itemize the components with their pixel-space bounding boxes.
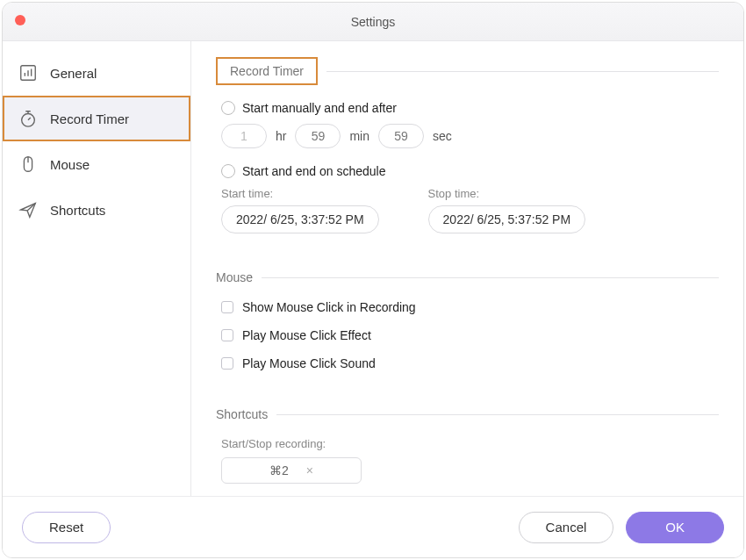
section-body-mouse: Show Mouse Click in Recording Play Mouse… xyxy=(216,300,719,370)
shortcut-startstop-input[interactable]: ⌘2 × xyxy=(221,457,362,484)
seconds-input[interactable]: 59 xyxy=(378,124,424,148)
minutes-unit: min xyxy=(349,129,369,143)
svg-point-4 xyxy=(22,114,35,127)
sidebar-item-mouse[interactable]: Mouse xyxy=(3,141,190,187)
start-time-label: Start time: xyxy=(221,187,379,200)
radio-icon xyxy=(221,101,235,115)
body: General Record Timer Mouse Shortcuts xyxy=(3,41,743,496)
window-controls xyxy=(15,15,25,25)
checkbox-icon xyxy=(221,301,233,313)
divider xyxy=(326,71,719,72)
minutes-input[interactable]: 59 xyxy=(295,124,341,148)
radio-start-manually[interactable]: Start manually and end after xyxy=(221,101,719,115)
section-title-shortcuts: Shortcuts xyxy=(216,407,268,421)
ok-button[interactable]: OK xyxy=(626,512,724,543)
stop-time-label: Stop time: xyxy=(428,187,586,200)
checkbox-label: Play Mouse Click Effect xyxy=(242,328,371,342)
radio-label: Start manually and end after xyxy=(242,101,397,115)
divider xyxy=(276,414,719,415)
svg-line-5 xyxy=(28,118,31,120)
section-body-record-timer: Start manually and end after 1 hr 59 min… xyxy=(216,101,719,233)
settings-window: Settings General Record Timer Mouse xyxy=(2,2,744,558)
section-body-shortcuts: Start/Stop recording: ⌘2 × xyxy=(216,437,719,484)
close-window-button[interactable] xyxy=(15,15,25,25)
sidebar: General Record Timer Mouse Shortcuts xyxy=(3,41,191,496)
section-header-mouse: Mouse xyxy=(216,270,719,284)
checkbox-play-click-sound[interactable]: Play Mouse Click Sound xyxy=(221,356,719,370)
section-header-shortcuts: Shortcuts xyxy=(216,407,719,421)
reset-button[interactable]: Reset xyxy=(22,512,111,543)
sidebar-item-label: Mouse xyxy=(50,157,90,172)
clear-shortcut-icon[interactable]: × xyxy=(306,463,313,477)
radio-icon xyxy=(221,164,235,178)
stop-time-input[interactable]: 2022/ 6/25, 5:37:52 PM xyxy=(428,205,586,233)
sidebar-item-shortcuts[interactable]: Shortcuts xyxy=(3,187,190,233)
checkbox-label: Play Mouse Click Sound xyxy=(242,356,376,370)
start-time-input[interactable]: 2022/ 6/25, 3:37:52 PM xyxy=(221,205,379,233)
sidebar-item-general[interactable]: General xyxy=(3,50,190,96)
checkbox-icon xyxy=(221,329,233,341)
stopwatch-icon xyxy=(18,109,38,128)
section-header-record-timer: Record Timer xyxy=(216,57,719,85)
sidebar-item-record-timer[interactable]: Record Timer xyxy=(3,96,190,141)
radio-label: Start and end on schedule xyxy=(242,164,385,178)
sidebar-item-label: General xyxy=(50,66,97,81)
sidebar-item-label: Shortcuts xyxy=(50,203,105,218)
mouse-icon xyxy=(18,154,38,174)
shortcut-value: ⌘2 xyxy=(269,463,289,477)
bar-chart-icon xyxy=(18,63,38,83)
checkbox-label: Show Mouse Click in Recording xyxy=(242,300,416,314)
shortcut-startstop-label: Start/Stop recording: xyxy=(221,437,719,450)
footer: Reset Cancel OK xyxy=(3,496,743,557)
titlebar: Settings xyxy=(3,3,743,41)
radio-schedule[interactable]: Start and end on schedule xyxy=(221,164,719,178)
checkbox-show-mouse-click[interactable]: Show Mouse Click in Recording xyxy=(221,300,719,314)
main-panel: Record Timer Start manually and end afte… xyxy=(191,41,743,496)
seconds-unit: sec xyxy=(433,129,452,143)
hours-unit: hr xyxy=(276,129,286,143)
start-time-col: Start time: 2022/ 6/25, 3:37:52 PM xyxy=(221,187,379,233)
sidebar-item-label: Record Timer xyxy=(50,111,129,126)
cancel-button[interactable]: Cancel xyxy=(519,512,614,543)
duration-inputs: 1 hr 59 min 59 sec xyxy=(221,124,719,148)
schedule-row: Start time: 2022/ 6/25, 3:37:52 PM Stop … xyxy=(221,187,719,233)
section-title-record-timer: Record Timer xyxy=(216,57,318,85)
paper-plane-icon xyxy=(18,200,38,219)
checkbox-icon xyxy=(221,357,233,370)
divider xyxy=(262,277,719,278)
stop-time-col: Stop time: 2022/ 6/25, 5:37:52 PM xyxy=(428,187,586,233)
window-title: Settings xyxy=(3,15,743,29)
section-title-mouse: Mouse xyxy=(216,270,253,284)
checkbox-play-click-effect[interactable]: Play Mouse Click Effect xyxy=(221,328,719,342)
hours-input[interactable]: 1 xyxy=(221,124,267,148)
